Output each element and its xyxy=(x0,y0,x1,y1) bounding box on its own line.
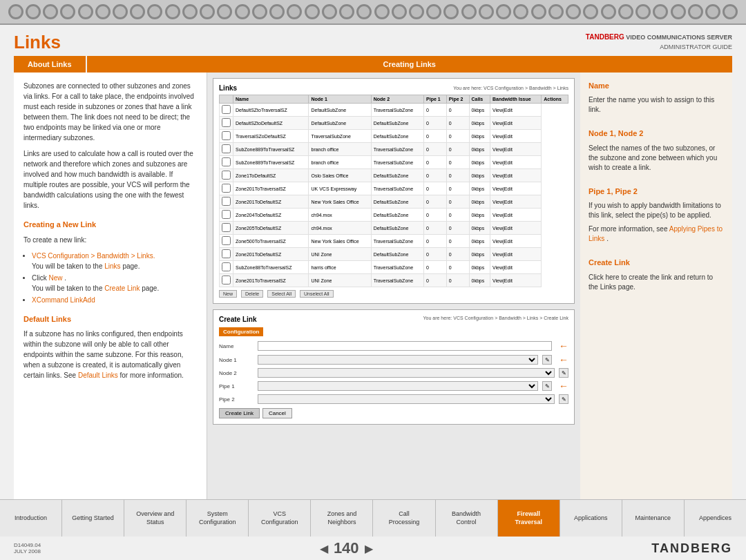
table-cell: DefaultSubZone xyxy=(309,104,371,117)
name-input[interactable] xyxy=(258,341,552,351)
table-cell: SubZone889ToTraversalSZ xyxy=(233,156,309,169)
spiral-coil xyxy=(392,4,407,19)
right-text-create: Click here to create the link and return… xyxy=(589,273,724,292)
doc-date: JULY 2008 xyxy=(14,548,41,554)
table-cell: View|Edit xyxy=(490,169,541,182)
nav-appendices[interactable]: Appendices xyxy=(685,500,746,537)
pipes-extra-text: For more information, see xyxy=(589,225,668,233)
links-page-link[interactable]: Links xyxy=(104,262,120,270)
page-title: Links xyxy=(14,32,61,53)
next-page-icon[interactable]: ▶ xyxy=(365,542,373,555)
delete-button[interactable]: Delete xyxy=(241,290,263,298)
nav-overview-status[interactable]: Overview andStatus xyxy=(124,500,186,537)
form-buttons: Create Link Cancel xyxy=(219,408,568,418)
nav-bandwidth-control[interactable]: BandwidthControl xyxy=(436,500,498,537)
table-cell: 0kbps xyxy=(469,169,490,182)
node2-icon-btn[interactable]: ✎ xyxy=(559,368,568,378)
nav-getting-started[interactable]: Getting Started xyxy=(62,500,124,537)
bullet-item-3: XCommand LinkAdd xyxy=(32,295,197,305)
tab-about-links[interactable]: About Links xyxy=(14,56,86,73)
table-cell: Zone201ToDefaultSZ xyxy=(233,195,309,209)
spiral-coil xyxy=(583,4,598,19)
spiral-coil xyxy=(95,4,111,19)
table-title: Links xyxy=(219,84,237,92)
row-checkbox[interactable] xyxy=(222,262,231,271)
spiral-coil xyxy=(496,4,511,19)
table-header: Links You are here: VCS Configuration > … xyxy=(219,84,568,92)
prev-page-icon[interactable]: ◀ xyxy=(320,542,328,555)
table-cell: 0 xyxy=(424,261,447,274)
row-checkbox[interactable] xyxy=(222,184,231,193)
row-checkbox[interactable] xyxy=(222,276,231,284)
cancel-button[interactable]: Cancel xyxy=(262,408,292,418)
table-cell: DefaultSubZone xyxy=(371,117,423,130)
new-button[interactable]: New xyxy=(219,290,237,298)
table-cell: View|Edit xyxy=(490,117,541,130)
pipe2-icon-btn[interactable]: ✎ xyxy=(559,394,568,404)
pipe2-select[interactable] xyxy=(258,394,555,404)
select-all-button[interactable]: Select All xyxy=(267,290,296,298)
table-cell: 0kbps xyxy=(469,117,490,130)
col-pipe1: Pipe 1 xyxy=(424,95,447,104)
table-row: Zone205ToDefaultSZch94.moxDefaultSubZone… xyxy=(220,222,568,235)
nav-applications[interactable]: Applications xyxy=(560,500,622,537)
spiral-bar xyxy=(0,0,746,25)
pipe1-icon-btn[interactable]: ✎ xyxy=(542,381,552,391)
row-checkbox[interactable] xyxy=(222,118,231,127)
pipes-extra: For more information, see Applying Pipes… xyxy=(589,224,724,244)
row-checkbox[interactable] xyxy=(222,197,231,206)
row-checkbox[interactable] xyxy=(222,223,231,232)
pipe1-select[interactable] xyxy=(258,381,538,391)
table-cell: DefaultSubZone xyxy=(371,169,423,182)
create-link-button[interactable]: Create Link xyxy=(219,408,260,418)
row-checkbox[interactable] xyxy=(222,144,231,153)
new-link[interactable]: New xyxy=(48,274,62,282)
table-cell: DefaultSubZone xyxy=(371,209,423,222)
right-text-pipes: If you wish to apply bandwidth limitatio… xyxy=(589,201,724,220)
pipes-text: If you wish to apply bandwidth limitatio… xyxy=(589,202,721,219)
nav-vcs-config[interactable]: VCSConfiguration xyxy=(249,500,311,537)
form-row-pipe2: Pipe 2 ✎ xyxy=(219,394,568,404)
unselect-all-button[interactable]: Unselect All xyxy=(300,290,334,298)
node1-icon-btn[interactable]: ✎ xyxy=(542,355,552,365)
spiral-coil xyxy=(269,4,285,19)
table-row: Zone1ToDefaultSZOslo Sales OfficeDefault… xyxy=(220,169,568,182)
col-node2: Node 2 xyxy=(371,95,423,104)
row-checkbox[interactable] xyxy=(222,105,231,114)
table-cell: View|Edit xyxy=(490,130,541,143)
nav-zones-neighbors[interactable]: Zones andNeighbors xyxy=(311,500,373,537)
table-cell: 0 xyxy=(424,274,447,287)
table-cell: 0kbps xyxy=(469,143,490,156)
row-checkbox[interactable] xyxy=(222,236,231,245)
row-checkbox[interactable] xyxy=(222,157,231,166)
tab-creating-links[interactable]: Creating Links xyxy=(87,56,732,73)
table-cell: TraversalSubZone xyxy=(371,156,423,169)
bullet2-prefix: Click xyxy=(32,274,47,282)
links-table: Name Node 1 Node 2 Pipe 1 Pipe 2 Calls B… xyxy=(219,95,568,287)
spiral-coil xyxy=(409,4,424,19)
right-heading-pipes: Pipe 1, Pipe 2 xyxy=(589,186,724,197)
nav-system-config[interactable]: SystemConfiguration xyxy=(186,500,249,537)
table-cell: 0 xyxy=(446,130,469,143)
vcs-config-link[interactable]: VCS Configuration > Bandwidth > Links. xyxy=(32,252,155,260)
node2-select[interactable] xyxy=(258,368,555,378)
row-checkbox[interactable] xyxy=(222,131,231,140)
table-row: DefaultSZtoDefaultSZDefaultSubZoneDefaul… xyxy=(220,117,568,130)
row-checkbox[interactable] xyxy=(222,249,231,258)
nav-firewall-traversal[interactable]: FirewallTraversal xyxy=(498,500,560,537)
row-checkbox[interactable] xyxy=(222,171,231,180)
node1-select[interactable] xyxy=(258,355,538,365)
nav-introduction[interactable]: Introduction xyxy=(0,500,62,537)
default-links-link[interactable]: Default Links xyxy=(78,371,118,379)
row-checkbox[interactable] xyxy=(222,210,231,219)
field-label-node1: Node 1 xyxy=(219,357,254,363)
xcommand-link[interactable]: XCommand LinkAdd xyxy=(32,296,95,304)
table-cell: TraversalSubZone xyxy=(371,235,423,248)
table-row: SubZone88ToTraversalSZharris officeTrave… xyxy=(220,261,568,274)
table-cell: 0kbps xyxy=(469,248,490,261)
col-name: Name xyxy=(233,95,309,104)
create-link-link[interactable]: Create Link xyxy=(104,284,140,292)
nav-call-processing[interactable]: CallProcessing xyxy=(373,500,435,537)
table-row: Zone201ToDefaultSZUNI ZoneDefaultSubZone… xyxy=(220,248,568,261)
nav-maintenance[interactable]: Maintenance xyxy=(622,500,685,537)
